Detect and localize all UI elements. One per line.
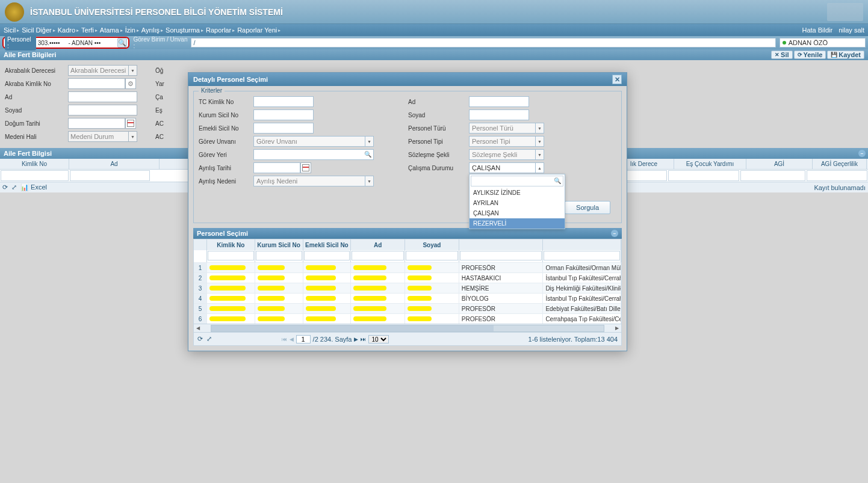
menu-terfi[interactable]: Terfi▸ (81, 26, 98, 34)
ps-filter-kimlik[interactable] (208, 251, 254, 260)
menu-izin[interactable]: İzin▸ (125, 26, 139, 34)
cell-soyad (405, 273, 459, 283)
filter-ad[interactable] (70, 170, 150, 181)
menu-sicil[interactable]: Sicil▸ (4, 26, 19, 34)
menu-sorusturma[interactable]: Soruşturma▸ (166, 26, 203, 34)
filter-agi-g[interactable] (807, 170, 868, 181)
option-calisan[interactable]: ÇALIŞAN (470, 208, 565, 218)
pager-first-icon[interactable]: ⏮ (282, 336, 287, 342)
ps-col-emekli[interactable]: Emekli Sicil No (303, 239, 352, 250)
table-row[interactable]: 1PROFESÖROrman Fakültesi/Orman Mühendi (194, 262, 621, 272)
expand-icon[interactable]: ⤢ (11, 183, 17, 191)
col-kimlik[interactable]: Kimlik No (0, 159, 69, 169)
excel-export-button[interactable]: 📊 Excel (20, 183, 47, 191)
input-tc[interactable] (253, 96, 314, 107)
hata-bildir-link[interactable]: Hata Bildir (802, 26, 832, 34)
sil-button[interactable]: ✕Sil (771, 51, 792, 59)
collapse-button[interactable]: − (858, 150, 866, 157)
select-sozlesme[interactable]: Sözleşme Şekli▼ (469, 149, 544, 160)
personel-search-button[interactable]: 🔍 (117, 38, 127, 48)
table-row[interactable]: 4BİYOLOGİstanbul Tıp Fakültesi/Cerrahi T… (194, 293, 621, 303)
menu-kadro[interactable]: Kadro▸ (58, 26, 79, 34)
input-kimlik[interactable] (68, 78, 125, 89)
ps-col-kurum[interactable]: Kurum Sicil No (255, 239, 303, 250)
filter-kimlik[interactable] (1, 170, 69, 181)
menu-atama[interactable]: Atama▸ (100, 26, 123, 34)
yenile-button[interactable]: ⟳Yenile (794, 51, 826, 59)
select-akrabalik[interactable]: Akrabalık Derecesi▼ (68, 65, 137, 76)
menu-raporlar[interactable]: Raporlar▸ (206, 26, 235, 34)
scroll-left-icon[interactable]: ◀ (194, 325, 202, 332)
select-calisma[interactable]: ÇALIŞAN▲ (469, 162, 544, 173)
cell-unvan: PROFESÖR (459, 263, 544, 272)
option-aylıksiz[interactable]: AYLIKSIZ İZİNDE (470, 188, 565, 198)
input-ad2[interactable] (469, 96, 529, 107)
gorev-label: Görev Birim / Unvan : (133, 36, 188, 49)
sorgula-button[interactable]: Sorgula (565, 201, 610, 214)
table-row[interactable]: 5PROFESÖREdebiyat Fakültesi/Batı Dilleri… (194, 303, 621, 313)
ps-filter-ad[interactable] (352, 251, 404, 260)
personel-input[interactable] (36, 38, 118, 48)
ps-filter-emekli[interactable] (304, 251, 350, 260)
ps-col-kimlik[interactable]: Kimlik No (207, 239, 255, 250)
col-agi-gecer[interactable]: AGİ Geçerlilik (813, 159, 867, 169)
col-agi[interactable]: AGİ (746, 159, 813, 169)
pager-page-input[interactable] (296, 335, 311, 343)
search-gorevyeri[interactable]: 🔍 (253, 149, 374, 160)
ps-refresh-icon[interactable]: ⟳ (197, 335, 203, 343)
chevron-down-icon: ▼ (535, 137, 544, 146)
pager-status: 1-6 listeleniyor. Toplam:13 404 (529, 336, 618, 343)
pager-size-select[interactable]: 10 (368, 335, 389, 343)
refresh-icon[interactable]: ⟳ (2, 183, 8, 191)
ps-col-birim[interactable] (543, 239, 621, 250)
cell-birim: Cerrahpaşa Tıp Fakültesi/Cerrahi (543, 314, 621, 324)
input-ayrtarih[interactable] (253, 162, 300, 173)
input-soyad2[interactable] (469, 109, 529, 120)
select-ptipi[interactable]: Personel Tipi▼ (469, 136, 544, 147)
kimlik-lookup-button[interactable]: ⚙ (125, 78, 136, 89)
ayrtarih-calendar-button[interactable] (300, 162, 311, 173)
current-user[interactable]: nilay salt (839, 26, 864, 34)
cell-birim: Edebiyat Fakültesi/Batı Dilleri Ve E (543, 304, 621, 313)
kaydet-button[interactable]: 💾Kaydet (827, 51, 864, 59)
select-ayrneden[interactable]: Ayrılış Nedeni▼ (253, 176, 374, 186)
pager-prev-icon[interactable]: ◀ (290, 336, 294, 342)
input-dogum[interactable] (68, 118, 125, 129)
dialog-close-button[interactable]: ✕ (612, 75, 622, 84)
table-row[interactable]: 6PROFESÖRCerrahpaşa Tıp Fakültesi/Cerrah… (194, 313, 621, 324)
input-soyad[interactable] (68, 105, 137, 115)
pager-next-icon[interactable]: ▶ (354, 336, 358, 342)
ps-filter-unvan[interactable] (460, 251, 542, 260)
filter-es[interactable] (668, 170, 739, 181)
dropdown-search-input[interactable] (471, 176, 563, 186)
ps-expand-icon[interactable]: ⤢ (206, 335, 212, 343)
col-ad[interactable]: Ad (69, 159, 160, 169)
ps-col-ad[interactable]: Ad (351, 239, 405, 250)
select-pturu[interactable]: Personel Türü▼ (469, 123, 544, 134)
option-rezerveli[interactable]: REZERVELİ (470, 218, 565, 229)
menu-ayrilis[interactable]: Ayrılış▸ (141, 26, 163, 34)
input-kurum[interactable] (253, 109, 314, 120)
date-picker-button[interactable] (125, 118, 136, 129)
scroll-right-icon[interactable]: ▶ (613, 325, 621, 332)
table-row[interactable]: 2HASTABAKICIİstanbul Tıp Fakültesi/Cerra… (194, 272, 621, 283)
ps-filter-birim[interactable] (544, 251, 620, 260)
option-ayrilan[interactable]: AYRILAN (470, 198, 565, 208)
ps-horizontal-scrollbar[interactable]: ◀ ▶ (194, 324, 621, 332)
ps-filter-soyad[interactable] (406, 251, 458, 260)
input-ad[interactable] (68, 91, 137, 102)
pager-last-icon[interactable]: ⏭ (361, 336, 366, 342)
select-medeni[interactable]: Medeni Durum▼ (68, 131, 137, 142)
filter-agi[interactable] (740, 170, 805, 181)
input-emekli[interactable] (253, 123, 314, 134)
table-row[interactable]: 3HEMŞİREDiş Hekimliği Fakültesi/Klinik B… (194, 283, 621, 293)
select-gorevunvan[interactable]: Görev Unvanı▼ (253, 136, 374, 147)
gear-icon: ⚙ (128, 80, 134, 88)
col-es-yardim[interactable]: Eş Çocuk Yardımı (674, 159, 746, 169)
ps-collapse-button[interactable]: − (611, 230, 618, 237)
menu-raporlar-yeni[interactable]: Raporlar Yeni▸ (237, 26, 281, 34)
ps-col-soyad[interactable]: Soyad (405, 239, 459, 250)
ps-col-unvan[interactable] (459, 239, 544, 250)
menu-sicil-diger[interactable]: Sicil Diğer▸ (22, 26, 55, 34)
ps-filter-kurum[interactable] (256, 251, 302, 260)
